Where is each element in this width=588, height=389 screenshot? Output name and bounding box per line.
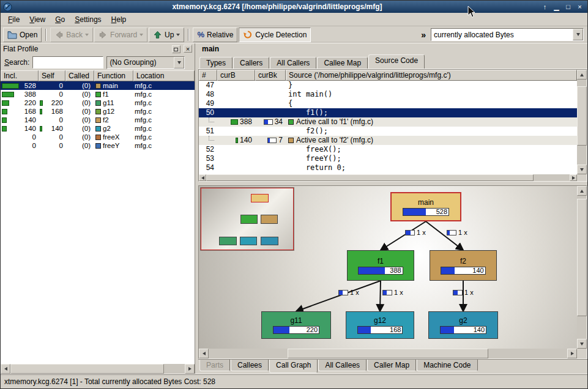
scroll-thumb[interactable] [206, 174, 534, 181]
column-header-function[interactable]: Function [94, 70, 133, 81]
source-vscroll[interactable] [577, 70, 587, 174]
flat-profile-row-freeY[interactable]: 00(0)freeYmfg.c [1, 141, 195, 150]
menu-go[interactable]: Go [50, 14, 70, 25]
graph-hscroll[interactable] [199, 349, 577, 358]
bottom-tab-parts[interactable]: Parts [199, 360, 230, 371]
scroll-track[interactable] [206, 174, 570, 181]
source-line-53[interactable]: 53 freeY(); [199, 154, 577, 163]
keep-above-button[interactable]: ↑ [540, 2, 550, 12]
tab-callers[interactable]: Callers [233, 57, 269, 69]
scroll-down-button[interactable] [577, 165, 587, 174]
flat-profile-header: Incl.SelfCalledFunctionLocation [1, 70, 195, 81]
flat-profile-row-g11[interactable]: 220220(0)g11mfg.c [1, 98, 195, 107]
column-header-incl[interactable]: Incl. [1, 70, 39, 81]
search-row: Search: (No Grouping) [1, 54, 195, 70]
source-line-51[interactable]: 51 f2(); [199, 127, 577, 136]
scroll-left-button[interactable] [199, 349, 209, 358]
graph-node-main[interactable]: main528 [390, 192, 461, 221]
source-line-52[interactable]: 52 freeX(); [199, 145, 577, 154]
menu-settings[interactable]: Settings [70, 14, 106, 25]
source-call-row[interactable]: 38834Active call to 'f1' (mfg.c) [199, 117, 577, 127]
graph-node-f1[interactable]: f1388 [347, 250, 414, 281]
flat-profile-row-g12[interactable]: 168168(0)g12mfg.c [1, 107, 195, 116]
bottom-tab-call-graph[interactable]: Call Graph [269, 360, 318, 373]
source-line-54[interactable]: 54 return 0; [199, 163, 577, 172]
grouping-dropdown-icon[interactable] [174, 57, 184, 69]
overview-node-f1 [240, 215, 258, 224]
window-titlebar[interactable]: xtmemory.kcg.6274 [/home/philippe/valgri… [1, 1, 587, 13]
event-type-dropdown-icon[interactable] [573, 29, 583, 40]
source-column-header-3[interactable]: Source ('/home/philippe/valgrind/littlep… [286, 70, 577, 81]
graph-node-f2[interactable]: f2140 [430, 250, 497, 281]
flat-profile-hscroll[interactable] [1, 364, 195, 374]
relative-toggle[interactable]: % Relative [193, 28, 237, 42]
tab-callee-map[interactable]: Callee Map [317, 57, 368, 69]
flat-profile-row-freeX[interactable]: 00(0)freeXmfg.c [1, 133, 195, 141]
scroll-track[interactable] [10, 364, 185, 374]
bottom-tab-callees[interactable]: Callees [231, 360, 269, 371]
relative-label: Relative [207, 31, 233, 39]
cycle-detection-toggle[interactable]: Cycle Detection [239, 28, 311, 42]
graph-node-g2[interactable]: g2140 [428, 311, 498, 339]
scroll-track[interactable] [209, 349, 567, 358]
flat-profile-row-main[interactable]: 5280(0)mainmfg.c [1, 81, 195, 90]
back-button[interactable]: Back [50, 28, 93, 42]
grouping-select[interactable]: (No Grouping) [106, 56, 185, 69]
call-block-meter [267, 138, 277, 143]
tab-source-code[interactable]: Source Code [368, 54, 425, 69]
column-header-location[interactable]: Location [133, 70, 195, 81]
flat-profile-row-g2[interactable]: 140140(0)g2mfg.c [1, 124, 195, 133]
scroll-up-button[interactable] [577, 70, 587, 80]
tab-all-callers[interactable]: All Callers [270, 57, 316, 69]
scroll-left-button[interactable] [1, 364, 10, 374]
graph-node-g12[interactable]: g12168 [346, 311, 414, 339]
dock-close-button[interactable]: × [184, 45, 192, 53]
bottom-tab-caller-map[interactable]: Caller Map [367, 360, 416, 371]
menu-help[interactable]: Help [106, 14, 132, 25]
search-input[interactable] [32, 56, 103, 69]
scroll-right-button[interactable] [185, 364, 195, 374]
source-call-row[interactable]: 1407Active call to 'f2' (mfg.c) [199, 136, 577, 145]
forward-button[interactable]: Forward [94, 28, 147, 42]
source-line-49[interactable]: 49{ [199, 99, 577, 108]
scroll-thumb[interactable] [10, 364, 164, 374]
bottom-tab-machine-code[interactable]: Machine Code [417, 360, 477, 371]
scroll-right-button[interactable] [570, 174, 577, 181]
event-type-select[interactable]: currently allocated Bytes [431, 28, 584, 41]
menu-file[interactable]: File [3, 14, 24, 25]
source-hscroll[interactable] [199, 174, 577, 181]
open-button[interactable]: Open [3, 28, 42, 42]
dock-float-button[interactable] [172, 45, 180, 53]
source-column-header-2[interactable]: curBk [255, 70, 286, 81]
source-line-47[interactable]: 47} [199, 81, 577, 90]
scroll-track[interactable] [577, 196, 587, 339]
menu-view[interactable]: View [24, 14, 50, 25]
bottom-tab-all-callees[interactable]: All Callees [318, 360, 367, 371]
source-line-48[interactable]: 48int main() [199, 90, 577, 99]
source-column-header-1[interactable]: curB [217, 70, 255, 81]
scroll-down-button[interactable] [577, 339, 587, 349]
column-header-self[interactable]: Self [39, 70, 65, 81]
scroll-thumb[interactable] [288, 349, 488, 358]
scroll-up-button[interactable] [577, 186, 587, 196]
toolbar-overflow[interactable]: » [417, 30, 430, 40]
graph-overview[interactable] [200, 187, 294, 251]
flat-profile-row-f2[interactable]: 1400(0)f2mfg.c [1, 116, 195, 124]
column-header-called[interactable]: Called [65, 70, 94, 81]
tab-types[interactable]: Types [199, 57, 233, 69]
close-button[interactable]: × [575, 2, 585, 12]
scroll-thumb[interactable] [577, 199, 587, 316]
scroll-right-button[interactable] [567, 349, 577, 358]
graph-vscroll[interactable] [577, 186, 587, 349]
minimize-button[interactable]: ▁ [551, 2, 562, 12]
scroll-left-button[interactable] [199, 174, 206, 181]
flat-profile-row-f1[interactable]: 3880(0)f1mfg.c [1, 90, 195, 98]
maximize-button[interactable]: □ [563, 2, 573, 12]
up-button[interactable]: Up [149, 28, 184, 42]
call-graph-canvas[interactable]: main528f1388f2140g11220g12168g21401 x1 x… [199, 186, 577, 349]
source-line-50[interactable]: 50 f1(); [199, 108, 577, 117]
scroll-track[interactable] [577, 80, 587, 165]
graph-node-g11[interactable]: g11220 [261, 311, 331, 339]
source-column-header-0[interactable]: # [199, 70, 217, 81]
scroll-thumb[interactable] [577, 86, 587, 146]
